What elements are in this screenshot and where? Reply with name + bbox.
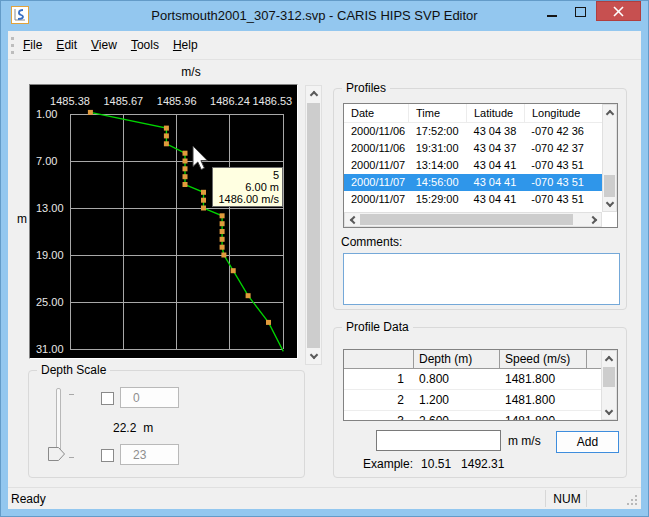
menu-help[interactable]: Help	[167, 35, 204, 55]
data-scroll-down-button[interactable]	[602, 404, 616, 419]
comments-label: Comments:	[341, 235, 402, 249]
profile-row[interactable]: 2000/11/0617:52:0043 04 38-070 42 36	[344, 123, 602, 140]
chevron-down-icon	[309, 351, 317, 359]
svg-text:13.00: 13.00	[36, 202, 64, 214]
profile-cell: 2000/11/07	[344, 157, 409, 174]
profile-row[interactable]: 2000/11/0715:29:0043 04 41-070 43 51	[344, 191, 602, 208]
example-hint: Example:10.511492.31	[363, 457, 504, 471]
profile-cell: 43 04 41	[467, 174, 525, 191]
data-column-header-speed-m-s-[interactable]: Speed (m/s)	[500, 350, 587, 368]
data-column-header-depth-m-[interactable]: Depth (m)	[414, 350, 500, 368]
status-separator	[586, 490, 587, 507]
svg-text:1485.67: 1485.67	[103, 95, 143, 107]
depth-speed-input[interactable]	[376, 430, 501, 451]
svg-text:1485.38: 1485.38	[50, 95, 90, 107]
svg-text:1486.53: 1486.53	[252, 95, 292, 107]
example-speed: 1492.31	[461, 457, 504, 471]
tooltip-depth: 6.00 m	[216, 181, 279, 193]
comments-textarea[interactable]	[343, 253, 620, 305]
svp-profile-chart[interactable]: 1485.381485.671485.961486.241486.531.007…	[29, 84, 298, 359]
close-icon	[613, 6, 624, 17]
row-number: 1	[344, 369, 414, 389]
chevron-up-icon	[605, 355, 613, 363]
svg-text:7.00: 7.00	[36, 155, 57, 167]
profile-row[interactable]: 2000/11/0714:56:0043 04 41-070 43 51	[344, 174, 602, 191]
profiles-table[interactable]: DateTimeLatitudeLongitude 2000/11/0617:5…	[343, 103, 618, 228]
svg-text:31.00: 31.00	[36, 343, 64, 355]
tooltip-point-index: 5	[216, 169, 279, 181]
chevron-right-icon	[588, 215, 596, 223]
client-area: FileEditViewToolsHelp m/s m 1485.381485.…	[8, 31, 641, 509]
profile-cell: -070 42 36	[524, 123, 602, 140]
maximize-button[interactable]	[567, 1, 594, 21]
menu-tools[interactable]: Tools	[125, 35, 165, 55]
chart-scroll-up-button[interactable]	[306, 86, 321, 102]
chart-scrollbar[interactable]	[305, 85, 322, 365]
min-depth-checkbox[interactable]	[101, 392, 114, 405]
menu-edit[interactable]: Edit	[50, 35, 83, 55]
chart-scrollbar-thumb[interactable]	[307, 103, 320, 348]
example-label: Example:	[363, 457, 413, 471]
current-depth-unit: m	[143, 421, 153, 435]
profiles-horizontal-scrollbar[interactable]	[344, 212, 602, 227]
data-column-header[interactable]	[344, 350, 414, 368]
profile-data-table[interactable]: Depth (m)Speed (m/s) 10.8001481.80021.20…	[343, 349, 618, 421]
profiles-vscroll-thumb[interactable]	[604, 175, 615, 197]
close-button[interactable]	[596, 1, 641, 21]
profile-cell: 19:31:00	[409, 140, 467, 157]
profile-cell: 15:29:00	[409, 191, 467, 208]
profile-row[interactable]: 2000/11/0619:31:0043 04 37-070 42 37	[344, 140, 602, 157]
profile-row[interactable]: 2000/11/0713:14:0043 04 41-070 43 51	[344, 157, 602, 174]
status-separator	[545, 490, 546, 507]
data-row[interactable]: 32.6001481.800	[344, 411, 617, 421]
profiles-hscroll-thumb[interactable]	[360, 214, 573, 225]
profiles-scroll-down-button[interactable]	[603, 196, 616, 211]
title-bar: Portsmouth2001_307-312.svp - CARIS HIPS …	[0, 0, 649, 31]
svg-text:1.00: 1.00	[36, 108, 57, 120]
app-window: Portsmouth2001_307-312.svp - CARIS HIPS …	[0, 0, 649, 517]
num-lock-indicator: NUM	[549, 492, 585, 506]
svg-text:1486.24: 1486.24	[210, 95, 250, 107]
chart-x-unit-label: m/s	[160, 65, 222, 79]
profiles-column-header-latitude[interactable]: Latitude	[467, 104, 525, 123]
max-depth-checkbox[interactable]	[101, 449, 114, 462]
add-button[interactable]: Add	[556, 431, 619, 453]
profiles-table-rows: 2000/11/0617:52:0043 04 38-070 42 362000…	[344, 123, 602, 208]
profiles-scroll-up-button[interactable]	[603, 105, 616, 120]
profile-cell: 2000/11/06	[344, 123, 409, 140]
profiles-group: Profiles DateTimeLatitudeLongitude 2000/…	[333, 88, 627, 310]
data-scroll-up-button[interactable]	[602, 351, 616, 366]
profile-cell: -070 42 37	[524, 140, 602, 157]
profiles-column-header-date[interactable]: Date	[344, 104, 409, 123]
profiles-column-header-longitude[interactable]: Longitude	[525, 104, 603, 123]
data-cell: 1481.800	[500, 411, 587, 421]
chevron-down-icon	[605, 406, 613, 414]
profiles-scroll-left-button[interactable]	[345, 213, 360, 226]
data-row[interactable]: 10.8001481.800	[344, 369, 617, 390]
chart-tooltip: 5 6.00 m 1486.00 m/s	[212, 167, 283, 207]
example-depth: 10.51	[421, 457, 451, 471]
profiles-column-header-time[interactable]: Time	[409, 104, 467, 123]
current-depth-readout: 22.2m	[113, 421, 153, 435]
profile-cell: -070 43 51	[524, 157, 602, 174]
data-cell: 1481.800	[500, 390, 587, 410]
menu-file[interactable]: File	[17, 35, 48, 55]
chart-scroll-down-button[interactable]	[306, 348, 321, 364]
profile-cell: -070 43 51	[524, 174, 602, 191]
profiles-vertical-scrollbar[interactable]	[602, 104, 617, 212]
input-unit-hint: m m/s	[508, 434, 541, 448]
minimize-button[interactable]	[538, 1, 565, 21]
svg-text:19.00: 19.00	[36, 249, 64, 261]
data-row[interactable]: 21.2001481.800	[344, 390, 617, 411]
chevron-up-icon	[309, 91, 317, 99]
profiles-scroll-right-button[interactable]	[586, 213, 601, 226]
profile-cell: 43 04 41	[467, 157, 525, 174]
profile-data-scrollbar[interactable]	[601, 350, 617, 420]
menu-view[interactable]: View	[85, 35, 123, 55]
depth-slider-thumb[interactable]	[48, 447, 66, 461]
resize-grip[interactable]	[626, 494, 639, 507]
maximize-icon	[575, 7, 586, 17]
profiles-label: Profiles	[342, 81, 390, 95]
profile-data-label: Profile Data	[342, 320, 413, 334]
data-vscroll-thumb[interactable]	[603, 367, 615, 387]
